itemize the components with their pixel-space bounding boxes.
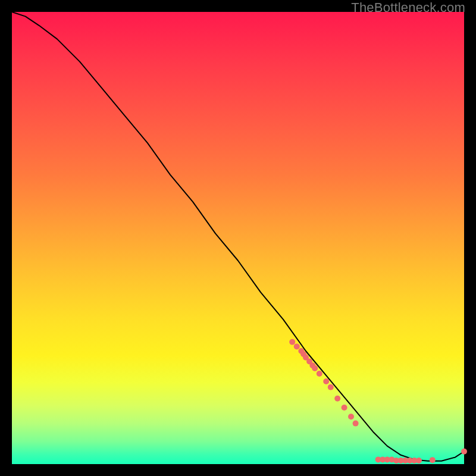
data-point [348,414,354,419]
data-point [328,384,334,390]
data-point [289,339,295,345]
data-point [461,449,467,455]
data-point [323,378,329,384]
chart-stage: TheBottleneck.com [0,0,476,476]
data-point [312,365,318,371]
chart-plot-area [12,12,464,464]
data-point [342,405,347,411]
chart-svg [12,12,464,464]
data-point [430,457,436,463]
data-point [416,458,422,464]
bottleneck-curve [12,12,464,461]
data-point [353,421,359,427]
data-point [294,343,300,349]
data-point [334,396,340,402]
data-point [317,371,322,377]
